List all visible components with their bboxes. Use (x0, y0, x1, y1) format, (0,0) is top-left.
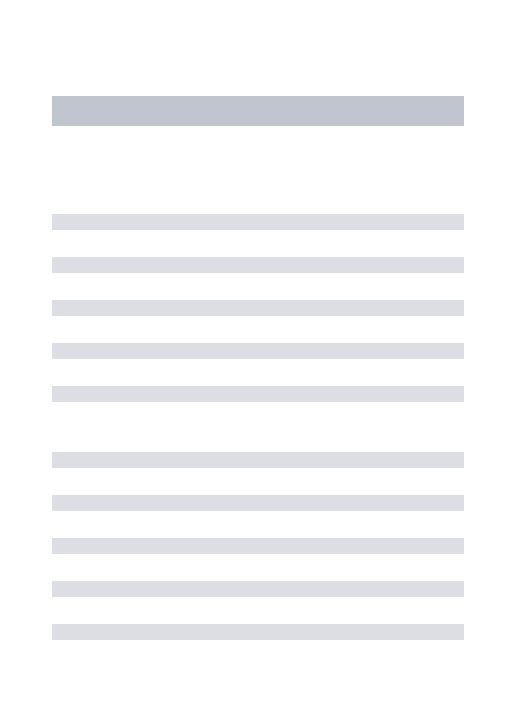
skeleton-line (52, 386, 464, 402)
skeleton-heading-bar (52, 96, 464, 126)
skeleton-line (52, 624, 464, 640)
skeleton-group-1 (52, 214, 464, 402)
skeleton-group-2 (52, 452, 464, 640)
skeleton-line (52, 495, 464, 511)
skeleton-line (52, 581, 464, 597)
skeleton-line (52, 452, 464, 468)
skeleton-line (52, 538, 464, 554)
skeleton-line (52, 257, 464, 273)
skeleton-line (52, 343, 464, 359)
skeleton-line (52, 214, 464, 230)
skeleton-line (52, 300, 464, 316)
